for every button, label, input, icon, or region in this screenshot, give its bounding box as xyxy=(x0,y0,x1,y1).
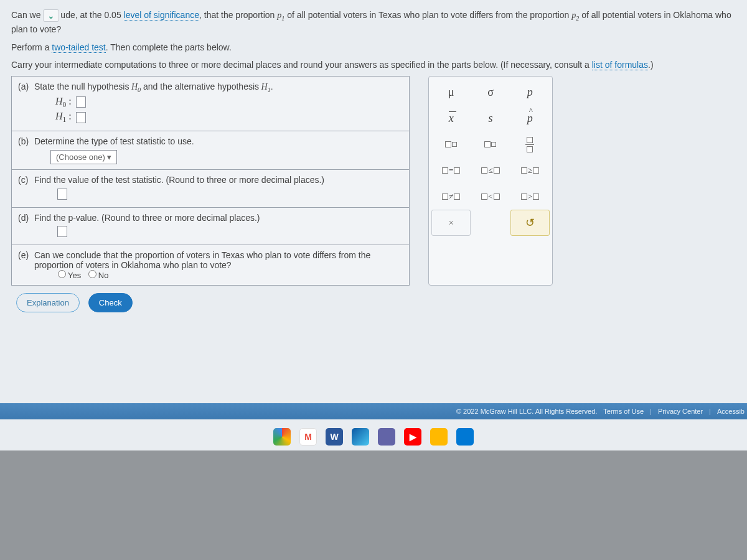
h1-input[interactable] xyxy=(76,112,86,123)
d-text2: . (Round to three or more decimal places… xyxy=(96,213,260,223)
question-table: (a) State the null hypothesis H0 and the… xyxy=(11,76,410,286)
carry-post: .) xyxy=(648,60,654,70)
q-post2: of all potential voters in Texas who pla… xyxy=(284,10,571,20)
part-b-label: (b) xyxy=(18,136,32,146)
formulas-link[interactable]: list of formulas xyxy=(592,60,648,70)
yes-label: Yes xyxy=(68,271,81,280)
chevron-down-icon[interactable]: ⌄ xyxy=(43,9,59,22)
alt-hyp-link[interactable]: alternative hypothesis xyxy=(175,82,259,91)
b-text1: Determine the type of xyxy=(34,136,120,146)
taskbar: M W ▶ xyxy=(0,423,747,450)
footer-bar: © 2022 McGraw Hill LLC. All Rights Reser… xyxy=(0,403,747,419)
intro-pre: Can we xyxy=(11,10,43,20)
no-label: No xyxy=(98,271,109,280)
le-button[interactable]: ≤ xyxy=(471,157,510,184)
accessibility-link[interactable]: Accessib xyxy=(717,408,745,415)
word-icon[interactable]: W xyxy=(326,428,343,446)
app-icon[interactable] xyxy=(456,428,474,446)
b-text2: to use. xyxy=(166,136,194,146)
two-tailed-link[interactable]: two-tailed test xyxy=(52,42,105,53)
reset-icon: ↺ xyxy=(525,216,535,230)
youtube-icon[interactable]: ▶ xyxy=(404,428,421,446)
p-value-link[interactable]: p-value xyxy=(68,213,96,223)
h1-H: H xyxy=(55,111,63,121)
h1-colon: : xyxy=(66,111,73,121)
part-d-label: (d) xyxy=(18,213,32,223)
a-and: and the xyxy=(141,82,175,91)
check-button[interactable]: Check xyxy=(88,293,133,312)
lt-button[interactable]: < xyxy=(471,184,510,210)
edge-icon[interactable] xyxy=(352,428,369,446)
h0-colon: : xyxy=(66,96,73,106)
part-c-label: (c) xyxy=(18,175,32,185)
chrome-icon[interactable] xyxy=(273,428,291,446)
part-e-label: (e) xyxy=(18,250,32,260)
ne-button[interactable]: ≠ xyxy=(431,184,471,210)
fraction-button[interactable] xyxy=(510,131,550,157)
part-b-cell: (b) Determine the type of test statistic… xyxy=(12,131,410,170)
q-post1: , that the proportion xyxy=(199,10,277,20)
a-H0: H xyxy=(129,82,138,91)
c-text: Find the value of the test statistic. (R… xyxy=(34,175,324,185)
files-icon[interactable] xyxy=(430,428,448,446)
e-text: Can we conclude that the proportion of v… xyxy=(34,250,383,270)
superscript-button[interactable] xyxy=(431,131,471,157)
gmail-icon[interactable]: M xyxy=(299,428,317,446)
intro-mid: ude, at the xyxy=(60,10,104,20)
h0-H: H xyxy=(55,96,63,106)
part-d-cell: (d) Find the p-value. (Round to three or… xyxy=(12,207,410,245)
sigma-button[interactable]: σ xyxy=(471,79,510,105)
s-button[interactable]: s xyxy=(471,105,510,131)
part-e-cell: (e) Can we conclude that the proportion … xyxy=(12,245,410,286)
close-icon: × xyxy=(448,218,453,228)
test-statistic-select[interactable]: (Choose one) ▾ xyxy=(50,150,117,164)
h0-input[interactable] xyxy=(76,96,86,108)
null-hyp-link[interactable]: null hypothesis xyxy=(72,82,129,91)
ge-button[interactable]: ≥ xyxy=(510,157,550,184)
a-dot: . xyxy=(271,82,273,91)
reset-button[interactable]: ↺ xyxy=(510,210,550,236)
symbol-palette: μ σ p x s p = ≤ ≥ ≠ < > xyxy=(428,76,553,286)
part-c-cell: (c) Find the value of the test statistic… xyxy=(12,170,410,207)
d-input[interactable] xyxy=(57,226,67,237)
p-button[interactable]: p xyxy=(510,79,550,105)
c-input[interactable] xyxy=(57,189,67,200)
mu-button[interactable]: μ xyxy=(431,79,471,105)
copyright-text: © 2022 McGraw Hill LLC. All Rights Reser… xyxy=(456,408,597,415)
part-a-label: (a) xyxy=(18,82,32,91)
carry-text: Carry your intermediate computations to … xyxy=(11,60,592,70)
perform-post: . Then complete the parts below. xyxy=(106,42,232,52)
button-row: Explanation Check xyxy=(11,293,736,312)
gt-button[interactable]: > xyxy=(510,184,550,210)
clear-button[interactable]: × xyxy=(431,210,471,236)
camera-icon[interactable] xyxy=(378,428,395,446)
yes-radio[interactable] xyxy=(58,270,66,278)
privacy-link[interactable]: Privacy Center xyxy=(658,408,703,415)
part-a-cell: (a) State the null hypothesis H0 and the… xyxy=(12,77,410,131)
desk-surface xyxy=(0,450,747,560)
d-text1: Find the xyxy=(34,213,68,223)
a-H1: H xyxy=(259,82,268,91)
perform-pre: Perform a xyxy=(11,42,52,52)
significance-link[interactable]: level of significance xyxy=(124,10,199,21)
problem-intro: Can we ⌄ude, at the 0.05 level of signif… xyxy=(11,9,736,71)
phat-button[interactable]: p xyxy=(510,105,550,131)
no-radio[interactable] xyxy=(88,270,96,278)
test-stat-link[interactable]: test statistic xyxy=(120,136,166,146)
subscript-button[interactable] xyxy=(471,131,510,157)
sig-level: 0.05 xyxy=(104,10,123,20)
equals-button[interactable]: = xyxy=(431,157,471,184)
xbar-button[interactable]: x xyxy=(431,105,471,131)
explanation-button[interactable]: Explanation xyxy=(16,293,80,312)
terms-link[interactable]: Terms of Use xyxy=(603,408,644,415)
a-text1: State the xyxy=(34,82,72,91)
